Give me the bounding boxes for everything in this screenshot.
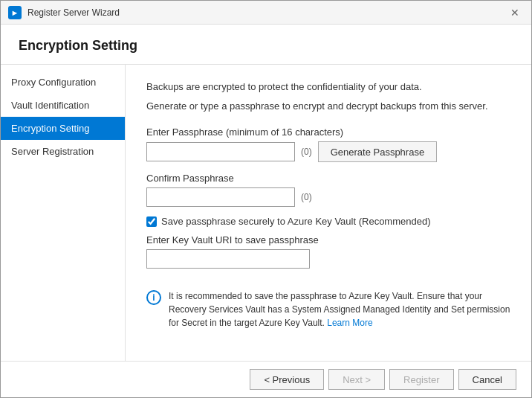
- footer: < Previous Next > Register Cancel: [1, 361, 531, 397]
- wizard-window: ► Register Server Wizard ✕ Encryption Se…: [0, 0, 532, 398]
- learn-more-link[interactable]: Learn More: [327, 318, 372, 328]
- title-bar-left: ► Register Server Wizard: [8, 6, 120, 19]
- app-icon: ►: [8, 6, 22, 19]
- passphrase-section: Enter Passphrase (minimum of 16 characte…: [146, 126, 510, 162]
- checkbox-row: Save passphrase securely to Azure Key Va…: [146, 216, 510, 227]
- title-bar: ► Register Server Wizard ✕: [1, 1, 531, 25]
- passphrase-input[interactable]: [146, 142, 295, 161]
- confirm-passphrase-row: (0): [146, 187, 510, 207]
- generate-passphrase-button[interactable]: Generate Passphrase: [318, 141, 437, 162]
- checkbox-label[interactable]: Save passphrase securely to Azure Key Va…: [161, 216, 431, 227]
- info-icon: i: [146, 290, 161, 305]
- sidebar-item-proxy-configuration[interactable]: Proxy Configuration: [1, 71, 125, 94]
- description2: Generate or type a passphrase to encrypt…: [146, 99, 510, 114]
- page-title-bar: Encryption Setting: [1, 25, 531, 65]
- confirm-passphrase-char-count: (0): [301, 192, 312, 202]
- key-vault-label: Enter Key Vault URI to save passphrase: [146, 234, 510, 245]
- passphrase-char-count: (0): [301, 147, 312, 157]
- main-content: Backups are encrypted to protect the con…: [126, 65, 531, 361]
- sidebar-item-encryption-setting[interactable]: Encryption Setting: [1, 117, 125, 140]
- azure-keyvault-checkbox[interactable]: [146, 216, 157, 227]
- close-button[interactable]: ✕: [506, 5, 524, 20]
- sidebar-item-server-registration[interactable]: Server Registration: [1, 140, 125, 163]
- next-button[interactable]: Next >: [328, 369, 385, 390]
- page-title: Encryption Setting: [19, 38, 137, 53]
- window-title: Register Server Wizard: [27, 7, 120, 18]
- confirm-passphrase-input[interactable]: [146, 187, 295, 207]
- key-vault-input[interactable]: [146, 249, 310, 269]
- previous-button[interactable]: < Previous: [250, 369, 324, 390]
- register-button[interactable]: Register: [389, 369, 453, 390]
- confirm-section: Confirm Passphrase (0): [146, 173, 510, 207]
- sidebar: Proxy Configuration Vault Identification…: [1, 65, 126, 361]
- info-box: i It is recommended to save the passphra…: [146, 283, 510, 336]
- passphrase-label: Enter Passphrase (minimum of 16 characte…: [146, 126, 510, 138]
- passphrase-row: (0) Generate Passphrase: [146, 141, 510, 162]
- info-text: It is recommended to save the passphrase…: [169, 289, 510, 330]
- sidebar-item-vault-identification[interactable]: Vault Identification: [1, 94, 125, 117]
- cancel-button[interactable]: Cancel: [458, 369, 516, 390]
- confirm-passphrase-label: Confirm Passphrase: [146, 173, 510, 184]
- description1: Backups are encrypted to protect the con…: [146, 80, 510, 94]
- content-area: Proxy Configuration Vault Identification…: [1, 65, 531, 361]
